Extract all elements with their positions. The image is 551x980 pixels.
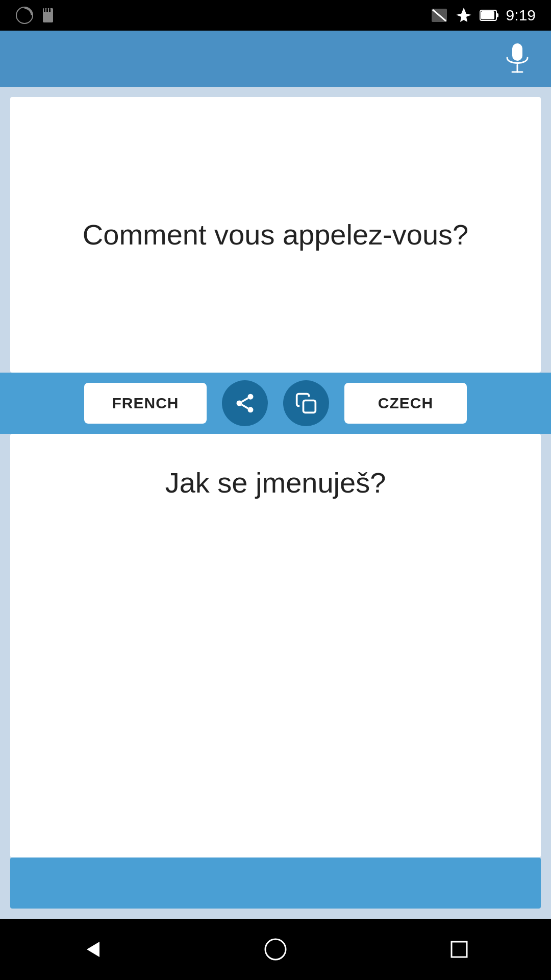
status-bar-left bbox=[15, 6, 58, 24]
controls-bar: FRENCH CZECH bbox=[0, 373, 551, 434]
status-icon-1 bbox=[15, 6, 34, 24]
mic-button[interactable] bbox=[504, 42, 531, 75]
battery-icon bbox=[480, 8, 499, 22]
svg-rect-10 bbox=[512, 43, 522, 61]
copy-button[interactable] bbox=[283, 380, 329, 426]
back-button[interactable] bbox=[71, 929, 112, 970]
target-language-button[interactable]: CZECH bbox=[344, 383, 467, 424]
source-language-button[interactable]: FRENCH bbox=[84, 383, 207, 424]
svg-line-16 bbox=[242, 405, 248, 408]
svg-marker-19 bbox=[87, 942, 99, 957]
svg-line-17 bbox=[242, 398, 248, 402]
home-icon bbox=[263, 937, 288, 962]
svg-point-0 bbox=[16, 7, 33, 23]
mic-icon bbox=[504, 42, 531, 75]
status-bar: 9:19 bbox=[0, 0, 551, 31]
translated-text: Jak se jmenuješ? bbox=[165, 464, 386, 502]
svg-rect-8 bbox=[496, 13, 498, 17]
status-time: 9:19 bbox=[506, 7, 536, 24]
svg-rect-21 bbox=[452, 942, 467, 957]
bottom-blue-bar bbox=[10, 857, 541, 909]
no-signal-icon bbox=[431, 8, 448, 23]
svg-rect-18 bbox=[304, 401, 316, 413]
sd-card-icon bbox=[40, 6, 58, 24]
share-icon bbox=[234, 392, 256, 414]
back-icon bbox=[79, 937, 105, 962]
svg-point-14 bbox=[237, 401, 242, 406]
svg-rect-3 bbox=[46, 8, 48, 12]
source-panel: Comment vous appelez-vous? bbox=[10, 97, 541, 373]
top-bar bbox=[0, 31, 551, 87]
share-button[interactable] bbox=[222, 380, 268, 426]
recents-icon bbox=[446, 937, 472, 962]
svg-point-20 bbox=[265, 939, 286, 960]
svg-point-15 bbox=[248, 407, 254, 412]
recents-button[interactable] bbox=[439, 929, 480, 970]
home-button[interactable] bbox=[255, 929, 296, 970]
airplane-icon bbox=[455, 7, 472, 24]
copy-icon bbox=[295, 392, 317, 414]
svg-point-13 bbox=[248, 394, 254, 400]
svg-rect-4 bbox=[49, 8, 51, 12]
translated-panel: Jak se jmenuješ? bbox=[10, 434, 541, 857]
nav-bar bbox=[0, 919, 551, 980]
source-text: Comment vous appelez-vous? bbox=[83, 216, 468, 254]
svg-rect-2 bbox=[44, 8, 45, 12]
svg-rect-9 bbox=[481, 11, 494, 19]
main-content: Comment vous appelez-vous? FRENCH CZECH … bbox=[0, 87, 551, 919]
status-bar-right: 9:19 bbox=[431, 7, 536, 24]
